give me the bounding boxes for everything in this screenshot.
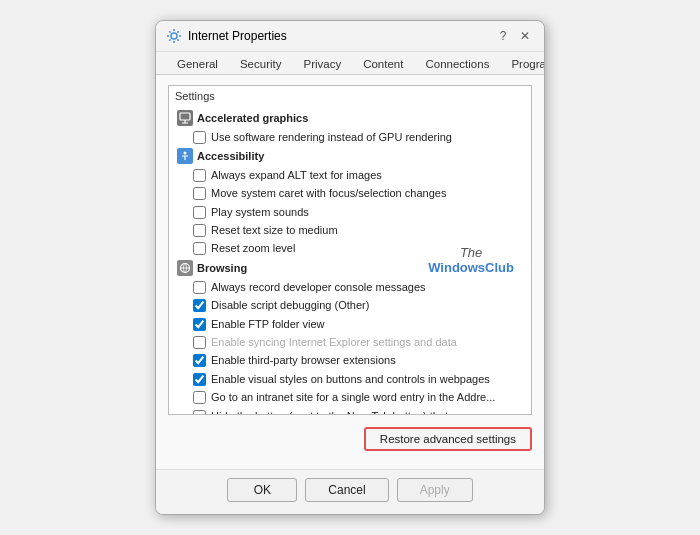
tab-bar: General Security Privacy Content Connect… — [156, 52, 544, 75]
settings-label: Settings — [169, 86, 531, 104]
label-disable-script-debug: Disable script debugging (Other) — [211, 298, 369, 313]
svg-point-0 — [171, 33, 177, 39]
tab-privacy[interactable]: Privacy — [292, 52, 352, 75]
setting-intranet-single-word: Go to an intranet site for a single word… — [173, 389, 527, 407]
title-bar: Internet Properties ? ✕ — [156, 21, 544, 52]
tab-programs[interactable]: Programs — [500, 52, 545, 75]
label-ftp-folder: Enable FTP folder view — [211, 317, 325, 332]
category-browsing-label: Browsing — [197, 262, 247, 274]
svg-rect-1 — [180, 113, 190, 120]
checkbox-visual-styles[interactable] — [193, 373, 206, 386]
content-area: Settings Accelerated graphics Use softwa… — [156, 75, 544, 469]
cancel-button[interactable]: Cancel — [305, 478, 388, 502]
setting-dev-console: Always record developer console messages — [173, 278, 527, 296]
checkbox-ftp-folder[interactable] — [193, 318, 206, 331]
label-play-sounds: Play system sounds — [211, 205, 309, 220]
category-accessibility-label: Accessibility — [197, 150, 264, 162]
settings-scroll[interactable]: Accelerated graphics Use software render… — [169, 104, 531, 414]
label-reset-text-size: Reset text size to medium — [211, 223, 338, 238]
tab-content[interactable]: Content — [352, 52, 414, 75]
label-ie-sync: Enable syncing Internet Explorer setting… — [211, 335, 457, 350]
label-system-caret: Move system caret with focus/selection c… — [211, 186, 446, 201]
setting-visual-styles: Enable visual styles on buttons and cont… — [173, 370, 527, 388]
label-reset-zoom: Reset zoom level — [211, 241, 295, 256]
accessibility-icon — [177, 148, 193, 164]
ok-button[interactable]: OK — [227, 478, 297, 502]
bottom-buttons: OK Cancel Apply — [156, 469, 544, 514]
tab-general[interactable]: General — [166, 52, 229, 75]
checkbox-system-caret[interactable] — [193, 187, 206, 200]
tab-security[interactable]: Security — [229, 52, 293, 75]
window-title: Internet Properties — [188, 29, 287, 43]
setting-alt-text: Always expand ALT text for images — [173, 166, 527, 184]
checkbox-third-party[interactable] — [193, 354, 206, 367]
apply-button[interactable]: Apply — [397, 478, 473, 502]
close-button[interactable]: ✕ — [516, 27, 534, 45]
monitor-icon — [177, 110, 193, 126]
label-alt-text: Always expand ALT text for images — [211, 168, 382, 183]
tab-connections[interactable]: Connections — [414, 52, 500, 75]
title-bar-left: Internet Properties — [166, 28, 287, 44]
label-dev-console: Always record developer console messages — [211, 280, 426, 295]
label-visual-styles: Enable visual styles on buttons and cont… — [211, 372, 490, 387]
checkbox-software-rendering[interactable] — [193, 131, 206, 144]
checkbox-intranet-single-word[interactable] — [193, 391, 206, 404]
checkbox-reset-zoom[interactable] — [193, 242, 206, 255]
label-intranet-single-word: Go to an intranet site for a single word… — [211, 390, 495, 405]
checkbox-alt-text[interactable] — [193, 169, 206, 182]
checkbox-reset-text-size[interactable] — [193, 224, 206, 237]
setting-play-sounds: Play system sounds — [173, 203, 527, 221]
category-accelerated-graphics: Accelerated graphics — [173, 108, 527, 128]
checkbox-ie-sync[interactable] — [193, 336, 206, 349]
settings-group: Settings Accelerated graphics Use softwa… — [168, 85, 532, 415]
setting-third-party: Enable third-party browser extensions — [173, 352, 527, 370]
category-browsing: Browsing — [173, 258, 527, 278]
category-accelerated-graphics-label: Accelerated graphics — [197, 112, 308, 124]
setting-system-caret: Move system caret with focus/selection c… — [173, 185, 527, 203]
gear-icon — [166, 28, 182, 44]
checkbox-play-sounds[interactable] — [193, 206, 206, 219]
setting-reset-zoom: Reset zoom level — [173, 240, 527, 258]
help-button[interactable]: ? — [494, 27, 512, 45]
setting-hide-button-new-tab: Hide the button (next to the New Tab but… — [173, 407, 527, 414]
browsing-icon — [177, 260, 193, 276]
checkbox-hide-button-new-tab[interactable] — [193, 410, 206, 414]
restore-row: Restore advanced settings — [168, 423, 532, 451]
category-accessibility: Accessibility — [173, 146, 527, 166]
setting-software-rendering: Use software rendering instead of GPU re… — [173, 128, 527, 146]
internet-properties-window: Internet Properties ? ✕ General Security… — [155, 20, 545, 515]
setting-reset-text-size: Reset text size to medium — [173, 222, 527, 240]
label-hide-button-new-tab: Hide the button (next to the New Tab but… — [211, 409, 481, 414]
setting-ftp-folder: Enable FTP folder view — [173, 315, 527, 333]
setting-disable-script-debug: Disable script debugging (Other) — [173, 297, 527, 315]
checkbox-dev-console[interactable] — [193, 281, 206, 294]
restore-advanced-settings-button[interactable]: Restore advanced settings — [364, 427, 532, 451]
checkbox-disable-script-debug[interactable] — [193, 299, 206, 312]
label-third-party: Enable third-party browser extensions — [211, 353, 396, 368]
svg-point-4 — [184, 152, 187, 155]
setting-ie-sync: Enable syncing Internet Explorer setting… — [173, 334, 527, 352]
label-software-rendering: Use software rendering instead of GPU re… — [211, 130, 452, 145]
title-bar-controls: ? ✕ — [494, 27, 534, 45]
